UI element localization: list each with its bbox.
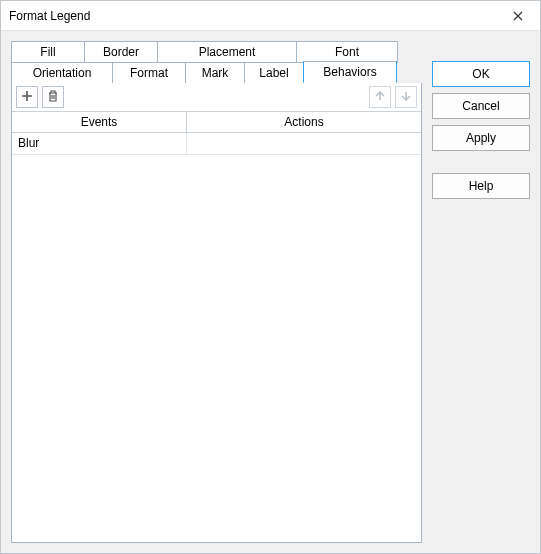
delete-button[interactable] [42,86,64,108]
tab-border[interactable]: Border [84,41,158,63]
tab-mark[interactable]: Mark [185,62,245,84]
help-button[interactable]: Help [432,173,530,199]
move-up-button[interactable] [369,86,391,108]
add-button[interactable] [16,86,38,108]
button-column: OK Cancel Apply Help [432,41,530,543]
tab-font[interactable]: Font [296,41,398,63]
apply-button[interactable]: Apply [432,125,530,151]
move-down-button[interactable] [395,86,417,108]
tab-container: Fill Border Placement Font Orientation F… [11,41,422,543]
window-title: Format Legend [9,9,90,23]
tab-format[interactable]: Format [112,62,186,84]
cancel-button[interactable]: Cancel [432,93,530,119]
table-header: Events Actions [12,111,421,133]
spacer [432,157,530,167]
client-area: Fill Border Placement Font Orientation F… [1,31,540,553]
tab-panel-behaviors: Events Actions Blur [11,83,422,543]
arrow-down-icon [399,89,413,106]
ok-button[interactable]: OK [432,61,530,87]
plus-icon [20,89,34,106]
tab-row-1: Fill Border Placement Font [11,41,422,63]
tab-orientation[interactable]: Orientation [11,62,113,84]
dialog-window: Format Legend Fill Border Placement Font… [0,0,541,554]
tabs: Fill Border Placement Font Orientation F… [11,41,422,84]
toolbar [12,83,421,111]
cell-event: Blur [12,133,187,154]
arrow-up-icon [373,89,387,106]
tab-behaviors[interactable]: Behaviors [303,61,397,83]
trash-icon [46,89,60,106]
close-button[interactable] [496,1,540,31]
cell-action [187,133,421,154]
column-header-events[interactable]: Events [12,112,187,132]
tab-label[interactable]: Label [244,62,304,84]
tab-fill[interactable]: Fill [11,41,85,63]
table-row[interactable]: Blur [12,133,421,155]
table-body: Blur [12,133,421,542]
column-header-actions[interactable]: Actions [187,112,421,132]
close-icon [513,8,523,24]
tab-placement[interactable]: Placement [157,41,297,63]
tab-row-2: Orientation Format Mark Label Behaviors [11,62,422,84]
titlebar: Format Legend [1,1,540,31]
